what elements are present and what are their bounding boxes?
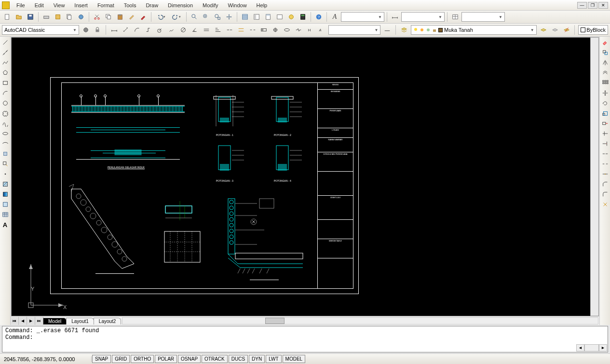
spline-icon[interactable] (0, 119, 10, 128)
drawing-canvas[interactable]: Y X REVISI KEGIATAN PEKERJAAN LOKASI NAM… (11, 37, 599, 316)
hatch-icon[interactable] (0, 179, 10, 189)
scroll-thumb[interactable] (584, 344, 599, 351)
chamfer-icon[interactable] (600, 179, 610, 189)
markup-icon[interactable] (286, 12, 297, 22)
layer-tools-1-icon[interactable] (539, 25, 548, 35)
arc-icon[interactable] (0, 88, 10, 98)
scroll-right-icon[interactable]: ▶ (599, 344, 607, 351)
dim-arc-icon[interactable] (133, 25, 142, 35)
dimstyle-update-icon[interactable] (382, 25, 392, 35)
gradient-icon[interactable] (0, 189, 10, 199)
dim-style-dropdown[interactable]: ▼ (401, 12, 445, 22)
dim-jogged-linear-icon[interactable] (294, 25, 303, 35)
open-icon[interactable] (14, 12, 24, 22)
new-icon[interactable] (2, 12, 13, 22)
otrack-toggle[interactable]: OTRACK (202, 355, 228, 363)
tab-next-icon[interactable]: ▶ (27, 317, 35, 325)
ellipse-icon[interactable] (0, 129, 10, 138)
menu-draw[interactable]: Draw (141, 1, 163, 10)
center-mark-icon[interactable] (271, 25, 280, 35)
offset-icon[interactable] (600, 68, 610, 78)
dim-break-icon[interactable] (248, 25, 258, 35)
dim-diameter-icon[interactable] (178, 25, 188, 35)
ortho-toggle[interactable]: ORTHO (131, 355, 154, 363)
menu-format[interactable]: Format (93, 1, 119, 10)
tab-prev-icon[interactable]: ◀ (19, 317, 27, 325)
zoom-window-icon[interactable] (201, 12, 211, 22)
trim-icon[interactable] (600, 129, 610, 138)
break-point-icon[interactable] (600, 149, 610, 159)
dim-baseline-icon[interactable] (213, 25, 223, 35)
polar-toggle[interactable]: POLAR (155, 355, 177, 363)
workspace-settings-icon[interactable] (81, 25, 91, 35)
vertical-scrollbar[interactable] (590, 38, 598, 316)
help-icon[interactable]: ? (313, 12, 324, 22)
ellipse-arc-icon[interactable] (0, 139, 10, 148)
cut-icon[interactable] (92, 12, 102, 22)
dim-quick-icon[interactable] (202, 25, 211, 35)
undo-icon[interactable]: ▾ (154, 12, 168, 22)
zoom-previous-icon[interactable] (212, 12, 223, 22)
snap-toggle[interactable]: SNAP (92, 355, 111, 363)
close-button[interactable]: ✕ (598, 2, 608, 9)
publish-icon[interactable] (53, 12, 63, 22)
design-center-icon[interactable] (251, 12, 262, 22)
pline-icon[interactable] (0, 58, 10, 67)
menu-dimension[interactable]: Dimension (163, 1, 198, 10)
circle-icon[interactable] (0, 98, 10, 108)
layer-dropdown[interactable]: Muka Tanah ▼ (411, 25, 537, 35)
qcalc-icon[interactable] (298, 12, 308, 22)
menu-tools[interactable]: Tools (119, 1, 141, 10)
tolerance-icon[interactable] (259, 25, 269, 35)
ducs-toggle[interactable]: DUCS (229, 355, 248, 363)
menu-modify[interactable]: Modify (198, 1, 223, 10)
dim-angular-icon[interactable] (190, 25, 200, 35)
layer-tools-2-icon[interactable] (550, 25, 560, 35)
region-icon[interactable] (0, 200, 10, 209)
restore-button[interactable]: ❐ (588, 2, 597, 9)
menu-window[interactable]: Window (223, 1, 251, 10)
dim-aligned-icon[interactable] (121, 25, 131, 35)
copy-icon[interactable] (103, 12, 114, 22)
save-icon[interactable] (25, 12, 36, 22)
polygon-icon[interactable] (0, 68, 10, 78)
join-icon[interactable] (600, 169, 610, 179)
dim-space-icon[interactable] (236, 25, 246, 35)
grid-toggle[interactable]: GRID (112, 355, 130, 363)
workspace-dropdown[interactable]: AutoCAD Classic▼ (2, 25, 79, 35)
text-style-dropdown[interactable]: ▼ (341, 12, 384, 22)
coordinates-readout[interactable]: 2045.7856, -268.3975, 0.0000 (0, 356, 92, 362)
brush-icon[interactable] (138, 12, 149, 22)
dim-continue-icon[interactable] (225, 25, 234, 35)
dim-radius-icon[interactable] (155, 25, 165, 35)
model-toggle[interactable]: MODEL (283, 355, 306, 363)
command-scrollbar[interactable]: ◀ ▶ (576, 344, 607, 351)
break-icon[interactable] (600, 159, 610, 169)
pan-icon[interactable] (224, 12, 234, 22)
layer-tools-3-icon[interactable] (562, 25, 571, 35)
xline-icon[interactable] (0, 48, 10, 57)
color-dropdown[interactable]: ByBlock (578, 25, 608, 35)
line-icon[interactable] (0, 38, 10, 47)
fillet-icon[interactable] (600, 189, 610, 199)
lwt-toggle[interactable]: LWT (266, 355, 281, 363)
tab-model[interactable]: Model (43, 318, 67, 324)
tab-layout1[interactable]: Layout1 (66, 318, 94, 324)
scroll-left-icon[interactable]: ◀ (576, 344, 584, 351)
dimstyle-dropdown[interactable]: ▼ (328, 25, 380, 35)
menu-insert[interactable]: Insert (69, 1, 93, 10)
table-icon[interactable] (0, 210, 10, 219)
rectangle-icon[interactable] (0, 78, 10, 88)
tool-palettes-icon[interactable] (263, 12, 273, 22)
insert-block-icon[interactable] (0, 149, 10, 159)
mirror-icon[interactable] (600, 58, 610, 67)
tab-last-icon[interactable]: ⏭ (35, 317, 43, 325)
menu-file[interactable]: File (12, 1, 30, 10)
layer-props-icon[interactable] (399, 25, 409, 35)
sheet-set-icon[interactable] (64, 12, 75, 22)
scale-icon[interactable] (600, 108, 610, 118)
menu-view[interactable]: View (49, 1, 70, 10)
dyn-toggle[interactable]: DYN (249, 355, 265, 363)
command-window[interactable]: Command: _.erase 6671 found Command: ◀ ▶ (2, 326, 608, 352)
make-block-icon[interactable] (0, 159, 10, 169)
